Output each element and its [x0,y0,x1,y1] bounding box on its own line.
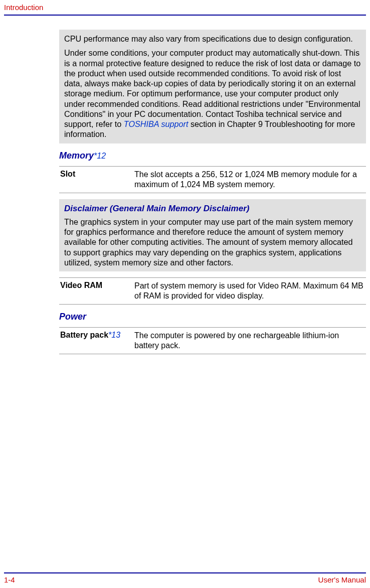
memory-disclaimer-body: The graphics system in your computer may… [64,217,361,267]
cpu-disclaimer-p2: Under some conditions, your computer pro… [64,48,361,139]
memory-disclaimer-title: Disclaimer (General Main Memory Disclaim… [64,203,361,214]
manual-label: User's Manual [318,575,366,584]
toshiba-support-link[interactable]: TOSHIBA support [124,119,189,128]
battery-pack-label-text: Battery pack [60,331,108,339]
battery-note-ref[interactable]: *13 [108,331,120,339]
page-number: 1-4 [4,575,15,584]
memory-heading: Memory*12 [59,151,366,161]
battery-pack-label: Battery pack*13 [59,331,134,351]
memory-note-ref[interactable]: *12 [94,152,106,160]
memory-disclaimer-box: Disclaimer (General Main Memory Disclaim… [59,199,366,272]
video-ram-label: Video RAM [59,281,134,301]
header-rule [4,15,366,16]
memory-slot-row: Slot The slot accepts a 256, 512 or 1,02… [59,166,366,193]
video-ram-row: Video RAM Part of system memory is used … [59,277,366,305]
footer: 1-4 User's Manual [4,572,366,584]
battery-pack-value: The computer is powered by one rechargea… [134,331,366,351]
memory-slot-value: The slot accepts a 256, 512 or 1,024 MB … [134,170,366,190]
cpu-disclaimer-p1: CPU performance may also vary from speci… [64,34,361,44]
cpu-disclaimer-p2a: Under some conditions, your computer pro… [64,48,360,128]
footer-row: 1-4 User's Manual [4,575,366,584]
memory-slot-label: Slot [59,170,134,190]
battery-pack-row: Battery pack*13 The computer is powered … [59,327,366,354]
header-title: Introduction [0,0,370,13]
power-heading: Power [59,312,366,322]
main-content: CPU performance may also vary from speci… [59,30,366,354]
video-ram-value: Part of system memory is used for Video … [134,281,366,301]
memory-heading-text: Memory [59,151,94,161]
footer-rule [4,572,366,573]
cpu-disclaimer-box: CPU performance may also vary from speci… [59,30,366,143]
